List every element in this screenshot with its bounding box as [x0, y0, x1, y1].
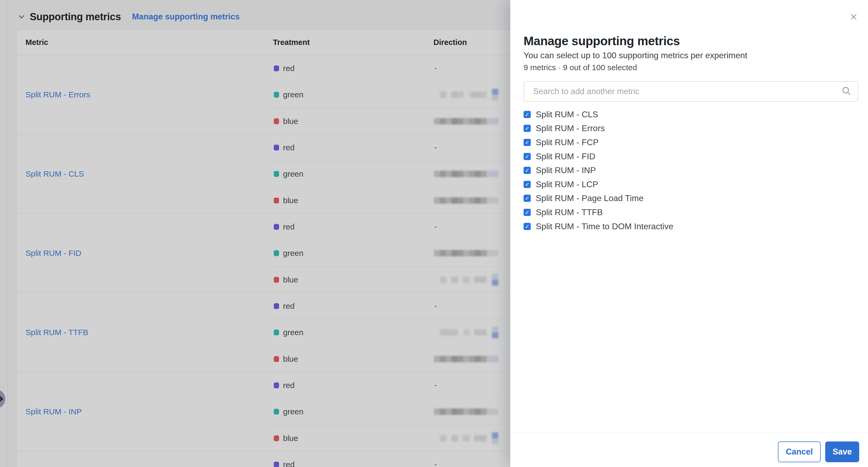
search-icon — [842, 86, 851, 97]
metric-item-label: Split RUM - Errors — [536, 123, 605, 133]
modal-scrim[interactable] — [0, 0, 510, 467]
checkbox-checked[interactable]: ✓ — [524, 167, 531, 174]
metric-list-item: ✓Split RUM - INP — [524, 163, 857, 177]
checkbox-checked[interactable]: ✓ — [524, 153, 531, 160]
metric-list-item: ✓Split RUM - FID — [524, 149, 857, 164]
checkbox-checked[interactable]: ✓ — [524, 181, 531, 188]
checkbox-checked[interactable]: ✓ — [524, 209, 531, 216]
metric-item-label: Split RUM - TTFB — [536, 207, 603, 217]
selection-count: 9 metrics · 9 out of 100 selected — [524, 63, 637, 72]
metric-list-item: ✓Split RUM - FCP — [524, 135, 857, 149]
checkbox-checked[interactable]: ✓ — [524, 223, 531, 230]
metric-item-label: Split RUM - FID — [536, 152, 595, 162]
metric-item-label: Split RUM - INP — [536, 166, 596, 175]
metric-item-label: Split RUM - LCP — [536, 179, 598, 189]
app-root: Supporting metrics Manage supporting met… — [0, 0, 868, 467]
drawer-title: Manage supporting metrics — [524, 32, 680, 50]
cancel-button[interactable]: Cancel — [778, 441, 821, 462]
checkbox-checked[interactable]: ✓ — [524, 125, 531, 132]
manage-supporting-metrics-drawer: Manage supporting metrics You can select… — [510, 0, 868, 467]
metric-list-item: ✓Split RUM - Errors — [524, 121, 857, 136]
metric-item-label: Split RUM - FCP — [536, 138, 598, 147]
metric-search — [524, 81, 858, 102]
metric-list-item: ✓Split RUM - Time to DOM Interactive — [524, 220, 857, 233]
metric-list-item: ✓Split RUM - CLS — [524, 108, 857, 121]
metric-list-item: ✓Split RUM - Page Load Time — [524, 192, 857, 206]
checkbox-checked[interactable]: ✓ — [524, 111, 531, 118]
metric-item-label: Split RUM - Page Load Time — [536, 193, 644, 203]
save-button[interactable]: Save — [825, 441, 859, 462]
selected-metrics-list: ✓Split RUM - CLS✓Split RUM - Errors✓Spli… — [524, 108, 857, 233]
metric-item-label: Split RUM - CLS — [536, 110, 598, 119]
checkbox-checked[interactable]: ✓ — [524, 195, 531, 202]
close-button[interactable] — [848, 12, 859, 22]
close-icon — [849, 12, 858, 21]
checkbox-checked[interactable]: ✓ — [524, 139, 531, 146]
search-input[interactable] — [524, 82, 858, 101]
metric-list-item: ✓Split RUM - LCP — [524, 177, 857, 192]
metric-item-label: Split RUM - Time to DOM Interactive — [536, 222, 673, 231]
drawer-subtitle: You can select up to 100 supporting metr… — [524, 50, 747, 60]
metric-list-item: ✓Split RUM - TTFB — [524, 205, 857, 220]
drawer-footer: Cancel Save — [510, 433, 868, 467]
